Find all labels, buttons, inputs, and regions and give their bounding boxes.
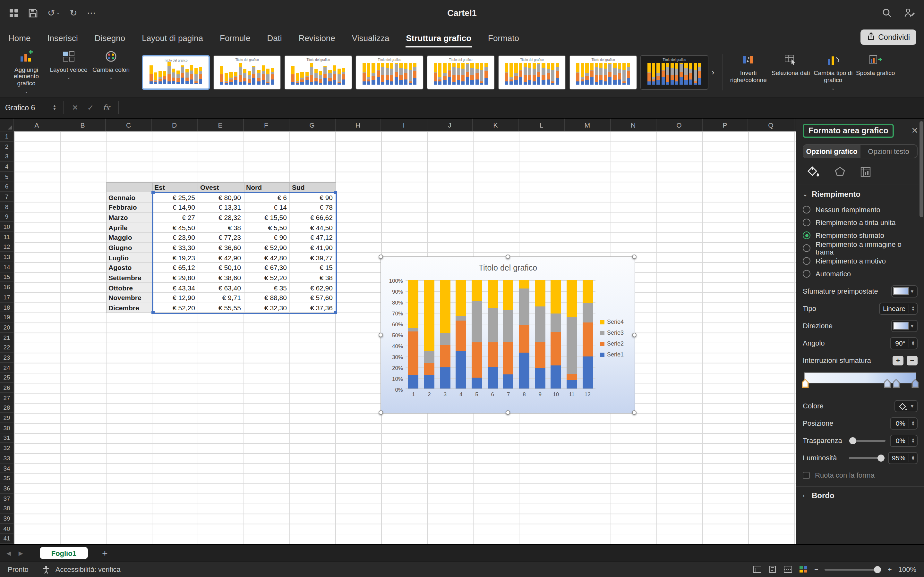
ribbon-tab-home[interactable]: Home [8, 29, 31, 47]
table-value-cell[interactable]: € 41,90 [290, 243, 336, 253]
share-button[interactable]: Condividi [860, 29, 916, 45]
table-value-cell[interactable]: € 65,12 [152, 263, 198, 273]
formula-input[interactable] [123, 97, 924, 118]
table-value-cell[interactable]: € 77,23 [198, 233, 244, 243]
table-value-cell[interactable]: € 23,90 [152, 233, 198, 243]
rotate-with-shape-checkbox[interactable] [803, 472, 810, 479]
row-header-2[interactable]: 2 [0, 141, 13, 151]
undo-icon[interactable]: ↺⌄ [47, 8, 60, 18]
ribbon-tab-visualizza[interactable]: Visualizza [351, 29, 390, 47]
table-value-cell[interactable]: € 14 [244, 203, 290, 213]
pane-tab-opzioni-testo[interactable]: Opzioni testo [860, 145, 917, 158]
table-value-cell[interactable]: € 43,34 [152, 283, 198, 293]
chart-style-6[interactable]: Titolo del grafico [498, 55, 566, 89]
row-header-5[interactable]: 5 [0, 172, 13, 182]
user-edit-icon[interactable] [903, 8, 915, 18]
seleziona-dati-button[interactable]: Seleziona dati [770, 53, 812, 91]
table-header-cell[interactable]: Est [152, 182, 198, 192]
normal-view-icon[interactable] [753, 566, 762, 573]
table-value-cell[interactable]: € 47,12 [290, 233, 336, 243]
ribbon-tab-dati[interactable]: Dati [266, 29, 282, 47]
chart-object[interactable]: Titolo del grafico Serie4Serie3Serie2Ser… [381, 256, 635, 414]
table-month-cell[interactable]: Dicembre [107, 303, 152, 313]
chart-style-7[interactable]: Titolo del grafico [569, 55, 637, 89]
column-header-j[interactable]: J [427, 119, 473, 131]
name-box[interactable]: Grafico 6 [0, 97, 50, 118]
effects-pentagon-icon[interactable] [834, 165, 846, 179]
column-header-b[interactable]: B [60, 119, 106, 131]
table-value-cell[interactable]: € 80,90 [198, 192, 244, 202]
column-header-f[interactable]: F [244, 119, 289, 131]
row-header-28[interactable]: 28 [0, 403, 13, 413]
fill-bucket-icon[interactable] [805, 165, 821, 179]
gradient-direction-dropdown[interactable]: ▼ [891, 319, 918, 332]
save-icon[interactable] [28, 8, 38, 18]
pane-tab-opzioni-grafico[interactable]: Opzioni grafico [803, 145, 860, 158]
column-header-n[interactable]: N [611, 119, 656, 131]
table-value-cell[interactable]: € 42,90 [198, 253, 244, 263]
table-value-cell[interactable]: € 63,40 [198, 283, 244, 293]
ribbon-tab-formule[interactable]: Formule [219, 29, 251, 47]
table-month-cell[interactable]: Febbraio [107, 203, 152, 213]
table-value-cell[interactable]: € 12,90 [152, 293, 198, 303]
row-header-40[interactable]: 40 [0, 524, 13, 534]
accessibility-status[interactable]: Accessibilità: verifica [55, 566, 121, 573]
table-value-cell[interactable]: € 39,77 [290, 253, 336, 263]
sposta-grafico-button[interactable]: Sposta grafico [855, 53, 897, 91]
table-value-cell[interactable]: € 78 [290, 203, 336, 213]
fill-option-riempimento-sfumato[interactable]: Riempimento sfumato [803, 229, 918, 242]
row-header-35[interactable]: 35 [0, 474, 13, 484]
table-value-cell[interactable]: € 25,25 [152, 192, 198, 202]
chart-style-5[interactable]: Titolo del grafico [427, 55, 495, 89]
table-cell[interactable] [107, 182, 152, 192]
row-header-20[interactable]: 20 [0, 322, 13, 332]
fill-option-riempimento-a-immagine-o-trama[interactable]: Riempimento a immagine o trama [803, 242, 918, 255]
row-header-3[interactable]: 3 [0, 152, 13, 161]
color-dropdown[interactable]: ▼ [895, 400, 918, 412]
accessibility-icon[interactable] [43, 565, 50, 574]
column-header-g[interactable]: G [289, 119, 335, 131]
brightness-stepper[interactable]: 95%▲▼ [888, 452, 918, 464]
fill-section-header[interactable]: ⌄ Riempimento [803, 190, 918, 199]
chart-style-1[interactable]: Titolo del grafico [142, 55, 210, 89]
row-header-32[interactable]: 32 [0, 443, 13, 453]
table-value-cell[interactable]: € 9,71 [198, 293, 244, 303]
table-month-cell[interactable]: Aprile [107, 223, 152, 233]
redo-icon[interactable]: ↻ [69, 8, 77, 18]
row-header-8[interactable]: 8 [0, 202, 13, 212]
row-header-39[interactable]: 39 [0, 514, 13, 524]
chart-style-4[interactable]: Titolo del grafico [355, 55, 423, 89]
name-box-stepper[interactable]: ▲▼ [50, 105, 59, 111]
table-month-cell[interactable]: Maggio [107, 233, 152, 243]
column-header-m[interactable]: M [565, 119, 611, 131]
table-value-cell[interactable]: € 36,60 [198, 243, 244, 253]
table-value-cell[interactable]: € 32,30 [244, 303, 290, 313]
transparency-stepper[interactable]: 0%▲▼ [890, 434, 918, 446]
column-header-c[interactable]: C [106, 119, 152, 131]
column-header-o[interactable]: O [656, 119, 702, 131]
cambia-tipo-di-grafico-button[interactable]: Cambia tipo di grafico⌄ [812, 53, 855, 91]
table-value-cell[interactable]: € 6 [244, 192, 290, 202]
table-value-cell[interactable]: € 14,90 [152, 203, 198, 213]
apps-grid-icon[interactable] [9, 8, 19, 18]
row-header-10[interactable]: 10 [0, 222, 13, 232]
row-header-23[interactable]: 23 [0, 353, 13, 363]
table-month-cell[interactable]: Marzo [107, 213, 152, 222]
row-header-24[interactable]: 24 [0, 363, 13, 373]
table-value-cell[interactable]: € 66,62 [290, 213, 336, 222]
row-header-17[interactable]: 17 [0, 292, 13, 302]
table-month-cell[interactable]: Novembre [107, 293, 152, 303]
table-value-cell[interactable]: € 45,50 [152, 223, 198, 233]
row-header-11[interactable]: 11 [0, 232, 13, 242]
row-header-14[interactable]: 14 [0, 262, 13, 272]
table-value-cell[interactable]: € 35 [244, 283, 290, 293]
page-break-view-icon[interactable] [783, 566, 792, 573]
table-value-cell[interactable]: € 52,20 [152, 303, 198, 313]
zoom-knob[interactable] [874, 566, 881, 573]
table-value-cell[interactable]: € 19,23 [152, 253, 198, 263]
gradient-stop-bar[interactable] [804, 372, 916, 390]
table-value-cell[interactable]: € 44,50 [290, 223, 336, 233]
table-value-cell[interactable]: € 15 [290, 263, 336, 273]
cambia-colori-button[interactable]: Cambia colori⌄ [90, 50, 132, 94]
column-header-a[interactable]: A [14, 119, 60, 131]
